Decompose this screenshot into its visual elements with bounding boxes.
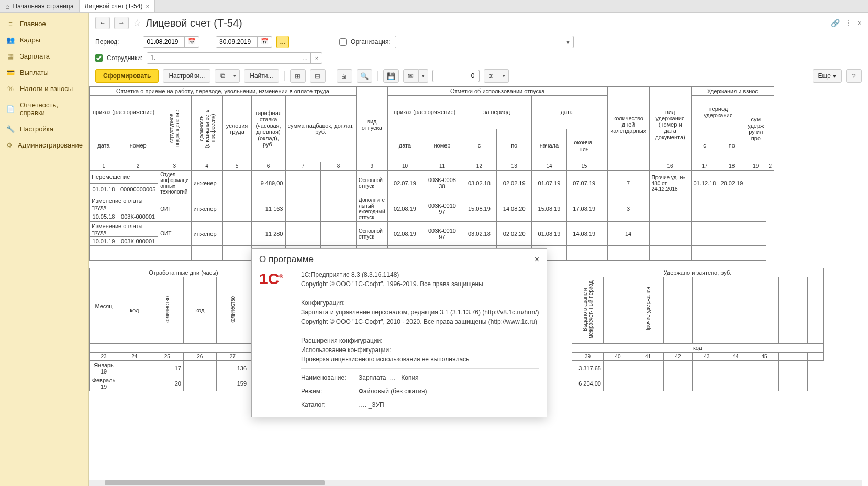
- clear-icon[interactable]: ×: [310, 53, 322, 63]
- report-table-1: Отметка о приеме на работу, переводе, ув…: [89, 86, 774, 261]
- number-field[interactable]: [432, 70, 480, 82]
- sidebar-item-otchet[interactable]: 📄Отчетность, справки: [0, 97, 88, 121]
- org-input[interactable]: ▾: [395, 36, 574, 48]
- save-button[interactable]: 💾: [383, 69, 399, 83]
- people-icon: 👥: [6, 36, 15, 44]
- ellipsis-icon[interactable]: ...: [299, 53, 310, 63]
- period-picker-button[interactable]: ...: [276, 36, 289, 48]
- grid-icon: ▦: [6, 52, 15, 60]
- layout-button[interactable]: ⧉: [215, 69, 230, 83]
- sidebar-item-main[interactable]: ≡Главное: [0, 16, 88, 32]
- employees-checkbox[interactable]: [95, 54, 103, 62]
- calendar-icon[interactable]: 📅: [257, 37, 272, 47]
- print-button[interactable]: 🖨: [337, 69, 352, 83]
- help-button[interactable]: ?: [846, 69, 862, 83]
- document-icon: 📄: [6, 105, 15, 113]
- mail-button[interactable]: ✉: [403, 69, 419, 83]
- settings-button[interactable]: Настройки...: [163, 69, 210, 83]
- percent-icon: %: [6, 85, 15, 93]
- gear-icon: ⚙: [6, 141, 13, 149]
- forward-button[interactable]: →: [114, 17, 129, 29]
- home-icon: [5, 2, 9, 10]
- sidebar-item-admin[interactable]: ⚙Администрирование: [0, 137, 88, 153]
- wrench-icon: 🔧: [6, 125, 15, 133]
- about-close-icon[interactable]: ×: [535, 255, 539, 264]
- nav-sidebar: ≡Главное 👥Кадры ▦Зарплата 💳Выплаты %Нало…: [0, 13, 89, 486]
- more-button[interactable]: Еще ▾: [813, 69, 842, 83]
- sidebar-item-vyplaty[interactable]: 💳Выплаты: [0, 64, 88, 81]
- star-icon[interactable]: ☆: [133, 17, 141, 29]
- close-page-icon[interactable]: ×: [858, 19, 862, 27]
- form-button[interactable]: Сформировать: [95, 69, 159, 83]
- sidebar-item-nastroika[interactable]: 🔧Настройка: [0, 121, 88, 137]
- employees-input: ...×: [147, 52, 322, 64]
- horizontal-scrollbar[interactable]: [89, 480, 862, 486]
- more-icon[interactable]: ⋮: [845, 19, 852, 27]
- logo-1c: 1C®: [259, 270, 291, 410]
- sidebar-item-kadry[interactable]: 👥Кадры: [0, 32, 88, 48]
- tab-home[interactable]: Начальная страница: [0, 0, 80, 12]
- back-button[interactable]: ←: [95, 17, 110, 29]
- sigma-dd[interactable]: ▾: [499, 69, 509, 83]
- card-icon: 💳: [6, 69, 15, 76]
- about-title: О программе: [259, 254, 314, 265]
- tab-document[interactable]: Лицевой счет (Т-54)×: [80, 0, 155, 12]
- period-label: Период:: [95, 38, 119, 46]
- org-label: Организация:: [351, 38, 391, 46]
- find-button[interactable]: Найти...: [244, 69, 279, 83]
- sigma-button[interactable]: Σ: [484, 69, 499, 83]
- date-from-input[interactable]: 📅: [143, 36, 199, 48]
- mail-dd[interactable]: ▾: [419, 69, 428, 83]
- employees-label: Сотрудники:: [107, 54, 142, 62]
- about-dialog: О программе × 1C® 1С:Предприятие 8.3 (8.…: [251, 248, 547, 417]
- layout-dd[interactable]: ▾: [230, 69, 240, 83]
- sidebar-item-zarplata[interactable]: ▦Зарплата: [0, 48, 88, 64]
- date-to-input[interactable]: 📅: [216, 36, 272, 48]
- collapse-button[interactable]: ⊟: [310, 69, 326, 83]
- sidebar-item-nalogi[interactable]: %Налоги и взносы: [0, 81, 88, 97]
- link-icon[interactable]: 🔗: [831, 19, 840, 27]
- close-icon[interactable]: ×: [146, 3, 149, 9]
- page-title: Лицевой счет (Т-54): [146, 17, 242, 29]
- chevron-down-icon[interactable]: ▾: [563, 36, 573, 48]
- org-checkbox[interactable]: [339, 38, 347, 46]
- calendar-icon[interactable]: 📅: [184, 37, 199, 47]
- expand-button[interactable]: ⊞: [290, 69, 306, 83]
- menu-icon: ≡: [6, 20, 15, 28]
- preview-button[interactable]: 🔍: [357, 69, 372, 83]
